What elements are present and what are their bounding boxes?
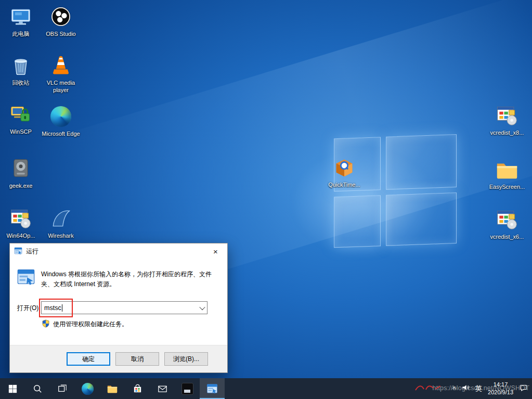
obs-icon bbox=[48, 4, 73, 29]
recycle-bin-icon bbox=[8, 53, 33, 78]
browse-button[interactable]: 浏览(B)... bbox=[164, 352, 208, 366]
ok-button[interactable]: 确定 bbox=[67, 352, 110, 366]
run-icon bbox=[14, 247, 22, 256]
close-icon: × bbox=[213, 247, 218, 256]
icon-label: Wireshark bbox=[48, 232, 74, 239]
run-dialog-title: 运行 bbox=[26, 247, 38, 256]
ime-indicator[interactable]: 英 bbox=[475, 384, 482, 393]
taskbar-edge[interactable] bbox=[75, 378, 100, 399]
logo-pane bbox=[334, 195, 381, 248]
run-icon-large bbox=[17, 267, 35, 288]
desktop-icon-vcredist-x86[interactable]: vcredist_x8... bbox=[487, 103, 527, 136]
run-command-value: mstsc bbox=[44, 304, 61, 312]
combobox-dropdown-button[interactable] bbox=[197, 302, 207, 314]
desktop-icon-obs-studio[interactable]: OBS Studio bbox=[41, 4, 81, 37]
windows-logo-wallpaper bbox=[334, 134, 462, 250]
logo-pane bbox=[386, 192, 457, 246]
task-view-icon bbox=[58, 384, 67, 393]
cancel-button[interactable]: 取消 bbox=[115, 352, 159, 366]
run-dialog: 运行 × Windows 将根据你所输入的名称，为你打开相应的程序、文件夹、文档… bbox=[9, 243, 228, 373]
icon-label: 回收站 bbox=[12, 79, 30, 86]
icon-label: OBS Studio bbox=[46, 30, 75, 37]
search-button[interactable] bbox=[25, 378, 50, 399]
logo-pane bbox=[386, 134, 457, 190]
run-command-combobox[interactable]: mstsc bbox=[41, 301, 207, 314]
installer-icon bbox=[8, 206, 33, 231]
uac-shield-icon bbox=[42, 319, 50, 329]
vlc-icon bbox=[48, 53, 73, 78]
taskbar-store[interactable] bbox=[125, 378, 150, 399]
admin-note: 使用管理权限创建此任务。 bbox=[53, 320, 128, 329]
wireshark-icon bbox=[48, 206, 73, 231]
desktop-icon-this-pc[interactable]: 此电脑 bbox=[1, 4, 41, 37]
icon-label: Microsoft Edge bbox=[42, 130, 80, 137]
run-dialog-titlebar[interactable]: 运行 × bbox=[10, 243, 227, 259]
desktop-icon-easyscreen[interactable]: EasyScreen... bbox=[487, 157, 527, 190]
taskbar-file-explorer[interactable] bbox=[100, 378, 125, 399]
store-icon bbox=[133, 384, 142, 394]
desktop-icon-recycle-bin[interactable]: 回收站 bbox=[1, 53, 41, 86]
run-window-icon bbox=[206, 383, 218, 394]
dark-app-icon bbox=[181, 383, 193, 395]
text-caret bbox=[62, 304, 62, 312]
icon-label: geek.exe bbox=[9, 182, 33, 189]
taskbar: ^ 英 14:17 2020/9/13 bbox=[0, 378, 532, 399]
run-dialog-button-row: 确定 取消 浏览(B)... bbox=[10, 345, 227, 372]
this-pc-icon bbox=[8, 4, 33, 29]
start-button[interactable] bbox=[0, 378, 25, 399]
clock-time: 14:17 bbox=[488, 381, 513, 389]
windows-logo-icon bbox=[8, 384, 17, 393]
icon-label: VLC media player bbox=[41, 79, 81, 94]
desktop-icon-geek[interactable]: geek.exe bbox=[1, 156, 41, 189]
desktop-icon-winscp[interactable]: WinSCP bbox=[1, 102, 41, 135]
icon-label: 此电脑 bbox=[12, 30, 30, 37]
mail-icon bbox=[158, 384, 167, 394]
windows-desktop: 此电脑 OBS Studio 回收站 VLC media player WinS… bbox=[0, 0, 532, 399]
desktop-icon-vcredist-x64[interactable]: vcredist_x6... bbox=[487, 207, 527, 240]
winscp-icon bbox=[8, 102, 33, 127]
taskbar-run-active[interactable] bbox=[200, 378, 225, 399]
volume-icon[interactable] bbox=[461, 383, 470, 394]
installer-icon bbox=[495, 103, 520, 128]
desktop-icon-vlc[interactable]: VLC media player bbox=[41, 53, 81, 94]
geek-icon bbox=[8, 156, 33, 181]
action-center-icon[interactable] bbox=[519, 383, 528, 394]
clock-date: 2020/9/13 bbox=[488, 389, 513, 396]
taskbar-app-dark[interactable] bbox=[175, 378, 200, 399]
taskbar-clock[interactable]: 14:17 2020/9/13 bbox=[488, 381, 513, 396]
edge-icon bbox=[48, 104, 73, 129]
open-label: 打开(O): bbox=[17, 304, 41, 313]
installer-icon bbox=[495, 207, 520, 232]
task-view-button[interactable] bbox=[50, 378, 75, 399]
desktop-icon-edge[interactable]: Microsoft Edge bbox=[41, 104, 81, 137]
admin-note-row: 使用管理权限创建此任务。 bbox=[42, 319, 128, 329]
folder-icon bbox=[495, 157, 520, 182]
desktop-icon-win64op[interactable]: Win64Op... bbox=[1, 206, 41, 239]
desktop-icon-wireshark[interactable]: Wireshark bbox=[41, 206, 81, 239]
quicktime-icon bbox=[332, 155, 357, 180]
file-explorer-icon bbox=[107, 383, 118, 394]
desktop-icon-quicktime[interactable]: QuickTime... bbox=[325, 155, 364, 188]
edge-icon bbox=[82, 383, 94, 395]
taskbar-mail[interactable] bbox=[150, 378, 175, 399]
search-icon bbox=[33, 384, 42, 393]
close-button[interactable]: × bbox=[204, 243, 227, 259]
chevron-down-icon bbox=[199, 304, 205, 310]
hidden-icons-chevron[interactable]: ^ bbox=[452, 385, 456, 393]
wallpaper-glow bbox=[270, 133, 458, 273]
icon-label: QuickTime... bbox=[328, 181, 360, 188]
run-description: Windows 将根据你所输入的名称，为你打开相应的程序、文件夹、文档或 Int… bbox=[41, 269, 216, 289]
icon-label: vcredist_x6... bbox=[490, 233, 524, 240]
icon-label: EasyScreen... bbox=[489, 183, 525, 190]
icon-label: WinSCP bbox=[10, 128, 32, 135]
icon-label: vcredist_x8... bbox=[490, 129, 524, 136]
system-tray: ^ 英 14:17 2020/9/13 bbox=[452, 378, 532, 399]
icon-label: Win64Op... bbox=[6, 232, 35, 239]
